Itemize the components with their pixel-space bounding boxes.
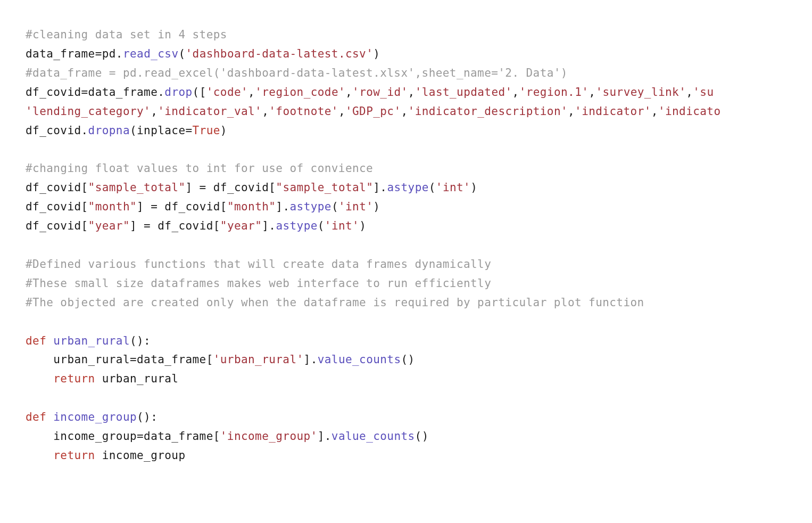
code-token-bool: True — [193, 124, 220, 137]
code-token-string: "year" — [88, 219, 130, 232]
code-line: income_group=data_frame['income_group'].… — [26, 427, 786, 446]
code-token-plain: data_frame — [26, 47, 95, 60]
code-token-func: value_counts — [332, 430, 415, 443]
code-token-plain: df_covid[ — [26, 181, 88, 194]
code-line — [26, 389, 786, 408]
code-token-plain: income_group — [26, 430, 137, 443]
code-token-keyword: def — [26, 334, 46, 347]
code-token-plain: data_frame[ — [137, 353, 213, 366]
code-token-string: 'indicator_description' — [408, 105, 568, 118]
code-token-plain: . — [116, 47, 123, 60]
code-line — [26, 236, 786, 255]
code-token-plain: data_frame[ — [144, 430, 220, 443]
code-line: df_covid["year"] = df_covid["year"].asty… — [26, 217, 786, 236]
code-token-plain: . — [380, 181, 387, 194]
code-token-plain: ( — [178, 47, 185, 60]
code-token-string: 'indicato — [658, 105, 721, 118]
code-token-comment: #data_frame = pd.read_excel('dashboard-d… — [26, 67, 568, 79]
code-token-func: read_csv — [123, 47, 179, 60]
code-line: df_covid=data_frame.drop(['code','region… — [26, 83, 786, 102]
code-token-plain: , — [651, 105, 658, 118]
code-token-string: 'region_code' — [255, 86, 345, 99]
code-line: return urban_rural — [26, 370, 786, 389]
code-token-plain: data_frame — [88, 86, 158, 99]
code-token-plain: df_covid[ — [151, 219, 220, 232]
code-token-plain: . — [269, 219, 276, 232]
code-token-plain: urban_rural — [26, 353, 130, 366]
code-token-plain: pd — [102, 47, 116, 60]
code-token-string: 'indicator' — [575, 105, 651, 118]
code-token-plain: ) — [373, 47, 380, 60]
code-token-plain: , — [408, 86, 415, 99]
code-token-comment: #The objected are created only when the … — [26, 296, 644, 309]
code-token-plain: , — [401, 105, 408, 118]
code-token-string: "sample_total" — [276, 181, 373, 194]
code-token-keyword: return — [53, 449, 95, 462]
code-token-plain: = — [95, 47, 102, 60]
code-token-plain — [46, 334, 53, 347]
code-token-string: 'su — [693, 86, 714, 99]
code-token-plain: . — [283, 200, 289, 213]
code-token-string: 'survey_link' — [595, 86, 686, 99]
code-token-plain: df_covid — [26, 86, 81, 99]
code-token-string: 'int' — [436, 181, 470, 194]
code-line: #data_frame = pd.read_excel('dashboard-d… — [26, 64, 786, 83]
code-token-string: "month" — [88, 200, 137, 213]
code-line: data_frame=pd.read_csv('dashboard-data-l… — [26, 45, 786, 64]
code-token-plain: ] — [262, 219, 269, 232]
code-line: df_covid["month"] = df_covid["month"].as… — [26, 198, 786, 217]
code-token-plain: df_covid[ — [206, 181, 276, 194]
code-token-string: 'dashboard-data-latest.csv' — [186, 47, 374, 60]
code-line: df_covid["sample_total"] = df_covid["sam… — [26, 178, 786, 198]
code-token-plain: df_covid[ — [158, 200, 227, 213]
code-token-plain: df_covid[ — [26, 200, 88, 213]
code-token-plain: , — [345, 86, 352, 99]
code-token-func: dropna — [88, 124, 130, 137]
code-token-plain: ] — [137, 200, 151, 213]
code-token-plain: ] — [185, 181, 199, 194]
code-token-plain: ] — [304, 353, 311, 366]
code-token-plain: . — [158, 86, 164, 99]
code-token-keyword: def — [26, 411, 46, 423]
code-line: urban_rural=data_frame['urban_rural'].va… — [26, 350, 786, 370]
code-token-plain: = — [186, 124, 193, 137]
code-line: def urban_rural(): — [26, 332, 786, 351]
code-token-string: 'lending_category' — [26, 105, 151, 118]
code-token-plain: ([ — [193, 86, 206, 99]
code-token-comment: #These small size dataframes makes web i… — [26, 277, 491, 290]
code-token-plain: ] — [276, 200, 283, 213]
code-token-plain: , — [151, 105, 158, 118]
code-token-func: income_group — [53, 411, 137, 423]
code-token-func: astype — [276, 219, 317, 232]
code-token-string: 'region.1' — [519, 86, 589, 99]
code-token-plain: , — [512, 86, 519, 99]
code-token-plain: ) — [373, 200, 380, 213]
code-token-plain: = — [200, 181, 206, 194]
code-line: df_covid.dropna(inplace=True) — [26, 121, 786, 141]
code-token-plain: df_covid — [26, 124, 81, 137]
code-token-string: "sample_total" — [88, 181, 186, 194]
code-token-plain — [26, 449, 53, 462]
code-token-plain: , — [568, 105, 575, 118]
code-token-plain — [26, 372, 53, 385]
code-block: #cleaning data set in 4 stepsdata_frame=… — [26, 26, 786, 465]
code-token-plain: df_covid[ — [26, 219, 88, 232]
code-token-plain: . — [325, 430, 332, 443]
code-token-string: 'footnote' — [269, 105, 338, 118]
code-token-plain: (): — [130, 334, 151, 347]
code-token-string: 'urban_rural' — [213, 353, 304, 366]
code-token-comment: #cleaning data set in 4 steps — [26, 28, 227, 41]
code-token-plain: ) — [220, 124, 227, 137]
code-token-string: 'indicator_val' — [158, 105, 262, 118]
code-token-plain: ) — [470, 181, 477, 194]
code-token-plain: = — [151, 200, 158, 213]
code-token-string: 'code' — [206, 86, 248, 99]
code-token-plain: ] — [373, 181, 380, 194]
code-token-string: 'int' — [338, 200, 373, 213]
code-line: def income_group(): — [26, 408, 786, 427]
code-token-string: 'GDP_pc' — [345, 105, 401, 118]
code-line — [26, 140, 786, 159]
code-token-plain: , — [589, 86, 595, 99]
code-token-plain: = — [130, 353, 137, 366]
code-token-func: value_counts — [318, 353, 401, 366]
